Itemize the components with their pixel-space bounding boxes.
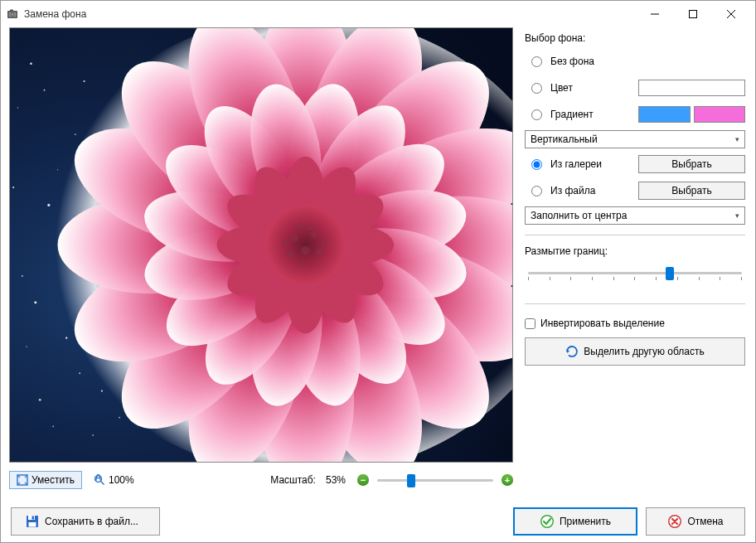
label-from-gallery[interactable]: Из галереи bbox=[550, 158, 633, 170]
option-no-bg: Без фона bbox=[525, 51, 745, 72]
chevron-down-icon: ▾ bbox=[735, 135, 739, 143]
svg-rect-94 bbox=[29, 522, 36, 527]
svg-point-22 bbox=[12, 187, 14, 188]
check-icon bbox=[540, 514, 555, 529]
option-color: Цвет bbox=[525, 77, 745, 99]
magnify-icon: A bbox=[94, 474, 105, 486]
window: Замена фона bbox=[0, 0, 756, 543]
cancel-icon bbox=[667, 514, 682, 529]
gradient-type-value: Вертикальный bbox=[531, 133, 598, 145]
svg-point-85 bbox=[299, 262, 304, 267]
svg-rect-4 bbox=[10, 10, 13, 12]
svg-point-20 bbox=[34, 301, 36, 303]
svg-point-16 bbox=[92, 434, 94, 436]
fill-mode-select[interactable]: Заполнить от центра ▾ bbox=[525, 206, 745, 225]
label-color[interactable]: Цвет bbox=[550, 82, 633, 94]
option-from-gallery: Из галереи Выбрать bbox=[525, 153, 745, 175]
close-button[interactable] bbox=[712, 2, 750, 27]
svg-point-3 bbox=[12, 13, 14, 16]
zoom-100-label: 100% bbox=[109, 474, 134, 486]
label-gradient[interactable]: Градиент bbox=[550, 109, 633, 120]
scale-value: 53% bbox=[326, 474, 346, 486]
radio-gradient[interactable] bbox=[531, 109, 542, 120]
radio-no-bg[interactable] bbox=[531, 56, 542, 67]
radio-from-gallery[interactable] bbox=[531, 159, 542, 170]
radio-from-file[interactable] bbox=[531, 186, 542, 196]
titlebar: Замена фона bbox=[1, 1, 755, 27]
image-preview[interactable] bbox=[9, 27, 513, 463]
apply-button[interactable]: Применить bbox=[513, 507, 637, 536]
blur-title: Размытие границ: bbox=[525, 245, 745, 257]
gradient-swatches bbox=[638, 106, 745, 123]
svg-point-29 bbox=[119, 417, 120, 419]
fit-label: Уместить bbox=[32, 474, 75, 486]
app-icon bbox=[6, 7, 19, 21]
svg-point-83 bbox=[282, 239, 287, 244]
svg-point-81 bbox=[308, 225, 313, 230]
fill-mode-value: Заполнить от центра bbox=[531, 210, 627, 221]
bottom-bar: Сохранить в файл... Применить Отмена bbox=[1, 501, 755, 542]
gradient-color-b[interactable] bbox=[694, 106, 746, 123]
svg-point-79 bbox=[286, 250, 292, 256]
svg-point-75 bbox=[265, 205, 345, 284]
svg-point-78 bbox=[301, 246, 310, 255]
divider bbox=[525, 235, 745, 235]
invert-checkbox[interactable] bbox=[525, 318, 536, 329]
bg-section-title: Выбор фона: bbox=[525, 32, 745, 44]
minimize-button[interactable] bbox=[636, 2, 674, 27]
svg-point-21 bbox=[79, 372, 80, 374]
refresh-icon bbox=[565, 345, 579, 358]
invert-row: Инвертировать выделение bbox=[525, 318, 745, 329]
option-from-file: Из файла Выбрать bbox=[525, 180, 745, 201]
select-other-label: Выделить другую область bbox=[584, 346, 704, 357]
window-title: Замена фона bbox=[24, 8, 636, 20]
fit-icon bbox=[17, 474, 28, 486]
zoom-slider[interactable] bbox=[377, 472, 493, 488]
left-panel: Уместить A 100% Масштаб: 53% − + bbox=[1, 27, 521, 501]
zoom-out-button[interactable]: − bbox=[357, 474, 369, 486]
label-no-bg[interactable]: Без фона bbox=[550, 56, 633, 67]
svg-marker-90 bbox=[566, 350, 569, 353]
color-swatch[interactable] bbox=[638, 80, 745, 96]
fit-button[interactable]: Уместить bbox=[9, 471, 82, 489]
svg-rect-93 bbox=[32, 516, 35, 520]
maximize-button[interactable] bbox=[674, 2, 712, 27]
svg-point-18 bbox=[83, 80, 85, 82]
select-other-area-button[interactable]: Выделить другую область bbox=[525, 337, 745, 366]
svg-point-13 bbox=[22, 275, 23, 277]
cancel-label: Отмена bbox=[687, 516, 723, 527]
svg-point-77 bbox=[311, 230, 318, 238]
zoom-in-button[interactable]: + bbox=[502, 474, 513, 486]
svg-point-82 bbox=[298, 223, 303, 228]
svg-point-76 bbox=[291, 235, 298, 242]
zoom-100[interactable]: A 100% bbox=[94, 474, 134, 486]
zoom-bar: Уместить A 100% Масштаб: 53% − + bbox=[9, 468, 513, 492]
svg-point-84 bbox=[322, 239, 327, 244]
gradient-type-select[interactable]: Вертикальный ▾ bbox=[525, 130, 745, 148]
save-to-file-button[interactable]: Сохранить в файл... bbox=[11, 507, 160, 536]
choose-file-button[interactable]: Выбрать bbox=[638, 182, 745, 200]
svg-rect-6 bbox=[690, 11, 697, 18]
blur-slider[interactable] bbox=[525, 265, 745, 290]
svg-point-23 bbox=[52, 425, 54, 427]
label-from-file[interactable]: Из файла bbox=[550, 185, 633, 196]
svg-point-15 bbox=[39, 399, 41, 401]
radio-color[interactable] bbox=[531, 83, 542, 94]
save-label: Сохранить в файл... bbox=[45, 516, 138, 527]
content-area: Уместить A 100% Масштаб: 53% − + Выбор ф… bbox=[1, 27, 755, 501]
save-icon bbox=[25, 514, 40, 529]
chevron-down-icon: ▾ bbox=[735, 211, 739, 220]
svg-text:A: A bbox=[94, 474, 102, 483]
svg-point-10 bbox=[30, 62, 32, 65]
cancel-button[interactable]: Отмена bbox=[646, 507, 745, 536]
svg-point-80 bbox=[316, 249, 323, 256]
window-controls bbox=[636, 2, 750, 27]
svg-point-27 bbox=[44, 90, 46, 91]
choose-gallery-button[interactable]: Выбрать bbox=[638, 155, 745, 173]
option-gradient: Градиент bbox=[525, 104, 745, 125]
invert-label[interactable]: Инвертировать выделение bbox=[540, 318, 665, 329]
apply-label: Применить bbox=[560, 516, 611, 527]
scale-label: Масштаб: bbox=[270, 474, 316, 486]
svg-point-17 bbox=[17, 107, 18, 108]
gradient-color-a[interactable] bbox=[638, 106, 691, 123]
